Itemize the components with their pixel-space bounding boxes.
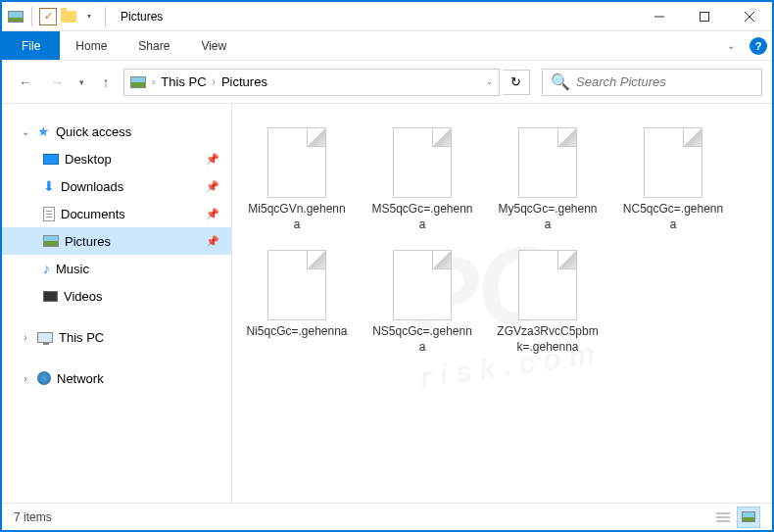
window-controls: [637, 2, 772, 30]
download-icon: ⬇: [43, 178, 55, 194]
file-icon: [393, 250, 452, 320]
file-icon: [644, 127, 702, 198]
file-item[interactable]: NC5qcGc=.gehenna: [618, 123, 728, 236]
file-name: Mi5qcGVn.gehenna: [246, 202, 348, 232]
file-icon: [393, 127, 452, 198]
location-icon: [130, 76, 146, 88]
sidebar-item-label: Music: [56, 262, 89, 276]
file-item[interactable]: MS5qcGc=.gehenna: [367, 123, 477, 236]
star-icon: ★: [37, 123, 50, 139]
search-input[interactable]: [576, 74, 753, 89]
qa-customize-icon[interactable]: ▾: [80, 8, 98, 25]
video-icon: [43, 291, 58, 302]
expand-icon[interactable]: ›: [20, 332, 31, 343]
file-item[interactable]: Mi5qcGVn.gehenna: [242, 123, 352, 236]
item-count: 7 items: [14, 510, 52, 524]
search-box[interactable]: 🔍: [542, 69, 762, 96]
search-icon: 🔍: [551, 73, 570, 91]
titlebar: ✓ ▾ Pictures: [2, 2, 772, 31]
pictures-icon: [43, 235, 59, 247]
file-icon: [518, 250, 577, 320]
sidebar-item-videos[interactable]: Videos: [2, 282, 231, 310]
svg-rect-1: [701, 13, 709, 22]
maximize-button[interactable]: [682, 2, 727, 31]
file-icon: [267, 127, 326, 198]
chevron-right-icon[interactable]: ›: [213, 76, 216, 87]
file-name: My5qcGc=.gehenna: [497, 202, 599, 232]
window-title: Pictures: [115, 10, 637, 24]
file-icon: [518, 127, 577, 198]
navbar: ← → ▾ ↑ › This PC › Pictures ⌄ ↻ 🔍: [2, 61, 772, 104]
network-icon: [37, 371, 51, 385]
file-icon: [267, 250, 326, 320]
up-button[interactable]: ↑: [92, 69, 120, 96]
pc-icon: [37, 332, 53, 343]
pin-icon: 📌: [206, 208, 219, 220]
breadcrumb-pictures[interactable]: Pictures: [221, 74, 267, 89]
file-item[interactable]: ZGVza3RvcC5pbmk=.gehenna: [493, 246, 603, 359]
pin-icon: 📌: [206, 235, 219, 248]
help-icon: ?: [750, 37, 767, 55]
file-view[interactable]: PCrisk.com Mi5qcGVn.gehennaMS5qcGc=.gehe…: [232, 104, 772, 503]
sidebar-item-label: Pictures: [65, 234, 111, 249]
file-item[interactable]: Ni5qcGc=.gehenna: [242, 246, 352, 359]
forward-button[interactable]: →: [43, 69, 71, 96]
sidebar-item-music[interactable]: ♪ Music: [2, 255, 231, 282]
pin-icon: 📌: [206, 180, 219, 193]
ribbon-expand-button[interactable]: ⌄: [717, 31, 745, 60]
tab-home[interactable]: Home: [60, 31, 122, 60]
tab-share[interactable]: Share: [122, 31, 185, 60]
sidebar-item-label: Downloads: [61, 179, 123, 194]
file-item[interactable]: My5qcGc=.gehenna: [493, 123, 603, 236]
file-name: MS5qcGc=.gehenna: [371, 202, 473, 232]
ribbon: File Home Share View ⌄ ?: [2, 31, 772, 61]
items-grid: Mi5qcGVn.gehennaMS5qcGc=.gehennaMy5qcGc=…: [242, 123, 762, 359]
music-icon: ♪: [43, 261, 50, 276]
tree-quick-access[interactable]: ⌄ ★ Quick access: [2, 118, 231, 145]
sidebar-item-label: Desktop: [65, 152, 112, 167]
document-icon: [43, 207, 55, 221]
address-bar[interactable]: › This PC › Pictures ⌄: [123, 69, 500, 96]
qa-folder-icon[interactable]: [60, 8, 77, 25]
sidebar-item-label: Documents: [61, 207, 125, 221]
file-name: Ni5qcGc=.gehenna: [246, 324, 347, 340]
tree-label: Quick access: [56, 124, 131, 139]
tree-network[interactable]: › Network: [2, 364, 231, 392]
desktop-icon: [43, 154, 59, 165]
back-button[interactable]: ←: [12, 69, 39, 96]
expand-icon[interactable]: ›: [20, 373, 31, 384]
details-view-button[interactable]: [711, 507, 735, 528]
file-item[interactable]: NS5qcGc=.gehenna: [367, 246, 477, 359]
chevron-right-icon[interactable]: ›: [152, 76, 155, 87]
statusbar: 7 items: [2, 503, 772, 530]
file-name: NC5qcGc=.gehenna: [622, 202, 724, 232]
quick-access-toolbar: ✓ ▾: [2, 7, 115, 26]
sidebar-item-desktop[interactable]: Desktop 📌: [2, 145, 231, 172]
collapse-icon[interactable]: ⌄: [20, 126, 31, 137]
address-dropdown-icon[interactable]: ⌄: [486, 77, 493, 86]
nav-tree: ⌄ ★ Quick access Desktop 📌 ⬇ Downloads 📌…: [2, 104, 232, 503]
tab-view[interactable]: View: [185, 31, 242, 60]
main: ⌄ ★ Quick access Desktop 📌 ⬇ Downloads 📌…: [2, 104, 772, 503]
sidebar-item-documents[interactable]: Documents 📌: [2, 200, 231, 227]
breadcrumb-thispc[interactable]: This PC: [161, 74, 206, 89]
refresh-button[interactable]: ↻: [503, 70, 530, 95]
recent-locations-button[interactable]: ▾: [74, 69, 88, 96]
sidebar-item-downloads[interactable]: ⬇ Downloads 📌: [2, 172, 231, 200]
sidebar-item-pictures[interactable]: Pictures 📌: [2, 227, 231, 255]
minimize-button[interactable]: [637, 2, 682, 31]
close-button[interactable]: [727, 2, 772, 31]
icons-view-button[interactable]: [737, 507, 760, 528]
app-icon: [7, 8, 24, 25]
file-name: NS5qcGc=.gehenna: [371, 324, 473, 355]
pin-icon: 📌: [206, 153, 219, 166]
file-name: ZGVza3RvcC5pbmk=.gehenna: [497, 324, 599, 355]
tree-label: This PC: [59, 330, 104, 345]
qa-select-icon[interactable]: ✓: [39, 8, 57, 25]
tree-this-pc[interactable]: › This PC: [2, 323, 231, 351]
file-tab[interactable]: File: [2, 31, 60, 60]
help-button[interactable]: ?: [745, 31, 772, 60]
tree-label: Network: [57, 371, 104, 386]
sidebar-item-label: Videos: [64, 289, 103, 304]
